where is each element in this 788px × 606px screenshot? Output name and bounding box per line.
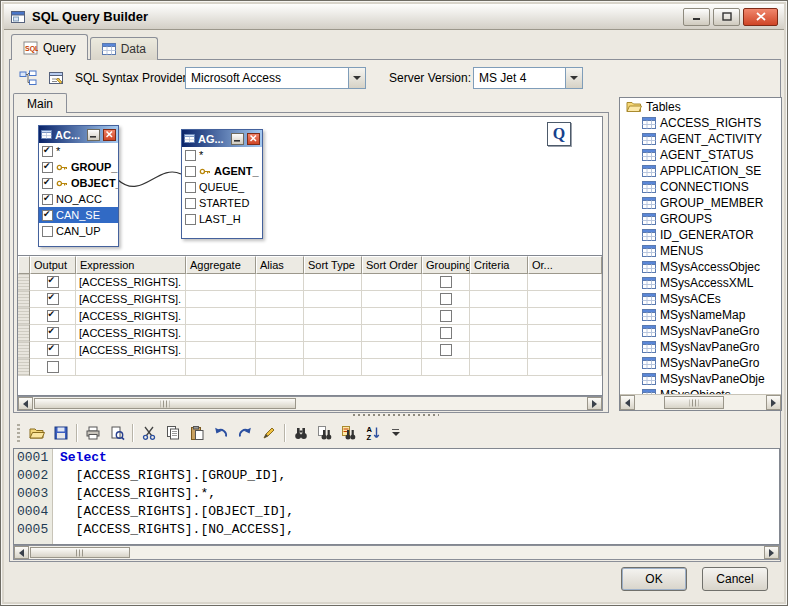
row-selector[interactable] xyxy=(18,274,30,291)
sort-type-cell[interactable] xyxy=(304,325,362,342)
field-checkbox[interactable] xyxy=(42,210,53,221)
field-checkbox[interactable] xyxy=(185,198,196,209)
scroll-thumb[interactable] xyxy=(30,547,130,558)
alias-cell[interactable] xyxy=(256,291,304,308)
scroll-right-button[interactable] xyxy=(587,397,602,410)
row-selector[interactable] xyxy=(18,325,30,342)
query-properties-button[interactable] xyxy=(43,65,69,91)
scroll-left-button[interactable] xyxy=(18,397,33,410)
tree-item-table[interactable]: ID_GENERATOR xyxy=(620,227,781,243)
sort-type-cell[interactable] xyxy=(304,291,362,308)
output-checkbox[interactable] xyxy=(47,344,59,356)
expression-cell[interactable]: [ACCESS_RIGHTS]. xyxy=(76,308,186,325)
sort-order-cell[interactable] xyxy=(362,325,422,342)
expression-cell[interactable]: [ACCESS_RIGHTS]. xyxy=(76,325,186,342)
row-selector[interactable] xyxy=(18,342,30,359)
paste-button[interactable] xyxy=(185,422,208,444)
close-button[interactable] xyxy=(743,8,778,26)
ok-button[interactable]: OK xyxy=(621,567,687,591)
field-row[interactable]: GROUP_ xyxy=(39,159,118,175)
field-checkbox[interactable] xyxy=(185,214,196,225)
alias-cell[interactable] xyxy=(256,342,304,359)
criteria-cell[interactable] xyxy=(470,274,528,291)
sort-type-cell[interactable] xyxy=(304,359,362,376)
field-row[interactable]: NO_ACC xyxy=(39,191,118,207)
scroll-thumb[interactable] xyxy=(34,398,296,409)
aggregate-cell[interactable] xyxy=(186,291,256,308)
sort-order-cell[interactable] xyxy=(362,274,422,291)
cut-button[interactable] xyxy=(137,422,160,444)
output-checkbox[interactable] xyxy=(47,276,59,288)
output-checkbox[interactable] xyxy=(47,361,59,373)
datasource-minimize-button[interactable] xyxy=(87,129,100,141)
sort-order-cell[interactable] xyxy=(362,342,422,359)
output-checkbox[interactable] xyxy=(47,310,59,322)
tree-item-table[interactable]: APPLICATION_SE xyxy=(620,163,781,179)
field-row[interactable]: CAN_UP xyxy=(39,223,118,239)
field-row[interactable]: CAN_SE xyxy=(39,207,118,223)
expression-cell[interactable] xyxy=(76,359,186,376)
find-button[interactable] xyxy=(289,422,312,444)
criteria-cell[interactable] xyxy=(470,359,528,376)
scroll-right-button[interactable] xyxy=(766,395,781,410)
zoom-button[interactable]: Q xyxy=(547,122,571,146)
grouping-cell[interactable] xyxy=(422,342,470,359)
sort-type-cell[interactable] xyxy=(304,274,362,291)
find-next-button[interactable] xyxy=(313,422,336,444)
toolbar-grip[interactable] xyxy=(17,424,20,442)
or-cell[interactable] xyxy=(528,291,602,308)
output-cell[interactable] xyxy=(30,359,76,376)
field-row[interactable]: OBJECT_ xyxy=(39,175,118,191)
scroll-thumb[interactable] xyxy=(664,396,724,409)
alias-cell[interactable] xyxy=(256,359,304,376)
expression-cell[interactable]: [ACCESS_RIGHTS]. xyxy=(76,291,186,308)
expression-cell[interactable]: [ACCESS_RIGHTS]. xyxy=(76,274,186,291)
output-cell[interactable] xyxy=(30,274,76,291)
row-selector[interactable] xyxy=(18,291,30,308)
grouping-cell[interactable] xyxy=(422,274,470,291)
expression-cell[interactable]: [ACCESS_RIGHTS]. xyxy=(76,342,186,359)
diagram-pane[interactable]: AC... * GROUP_ xyxy=(17,116,603,256)
aggregate-cell[interactable] xyxy=(186,274,256,291)
tree-item-table[interactable]: MSysNavPaneGro xyxy=(620,339,781,355)
field-row[interactable]: AGENT_ xyxy=(182,163,262,179)
alias-cell[interactable] xyxy=(256,274,304,291)
maximize-button[interactable] xyxy=(713,8,740,26)
tree-item-table[interactable]: MSysACEs xyxy=(620,291,781,307)
cancel-button[interactable]: Cancel xyxy=(702,567,768,591)
field-checkbox[interactable] xyxy=(185,182,196,193)
copy-button[interactable] xyxy=(161,422,184,444)
title-bar[interactable]: SQL Query Builder xyxy=(4,4,784,30)
minimize-button[interactable] xyxy=(683,8,710,26)
field-checkbox[interactable] xyxy=(185,150,196,161)
syntax-provider-dropdown-button[interactable] xyxy=(348,68,365,88)
server-version-dropdown-button[interactable] xyxy=(565,68,582,88)
field-checkbox[interactable] xyxy=(185,166,196,177)
output-checkbox[interactable] xyxy=(47,293,59,305)
field-checkbox[interactable] xyxy=(42,194,53,205)
field-checkbox[interactable] xyxy=(42,178,53,189)
grouping-checkbox[interactable] xyxy=(440,310,452,322)
sort-order-cell[interactable] xyxy=(362,291,422,308)
print-button[interactable] xyxy=(81,422,104,444)
output-cell[interactable] xyxy=(30,342,76,359)
format-button[interactable] xyxy=(257,422,280,444)
alias-cell[interactable] xyxy=(256,308,304,325)
tree-item-table[interactable]: CONNECTIONS xyxy=(620,179,781,195)
tree-root-tables[interactable]: Tables xyxy=(620,98,781,115)
sort-az-button[interactable]: AZ xyxy=(361,422,384,444)
undo-button[interactable] xyxy=(209,422,232,444)
datasource-titlebar[interactable]: AC... xyxy=(39,126,118,143)
tree-item-table[interactable]: AGENT_ACTIVITY xyxy=(620,131,781,147)
grouping-checkbox[interactable] xyxy=(440,327,452,339)
field-checkbox[interactable] xyxy=(42,226,53,237)
or-cell[interactable] xyxy=(528,342,602,359)
field-checkbox[interactable] xyxy=(42,146,53,157)
field-checkbox[interactable] xyxy=(42,162,53,173)
scroll-left-button[interactable] xyxy=(620,395,635,410)
aggregate-cell[interactable] xyxy=(186,308,256,325)
editor-hscrollbar[interactable] xyxy=(13,545,780,560)
datasource-access-rights[interactable]: AC... * GROUP_ xyxy=(38,125,119,247)
output-cell[interactable] xyxy=(30,308,76,325)
toolbar-options-button[interactable] xyxy=(389,422,402,444)
